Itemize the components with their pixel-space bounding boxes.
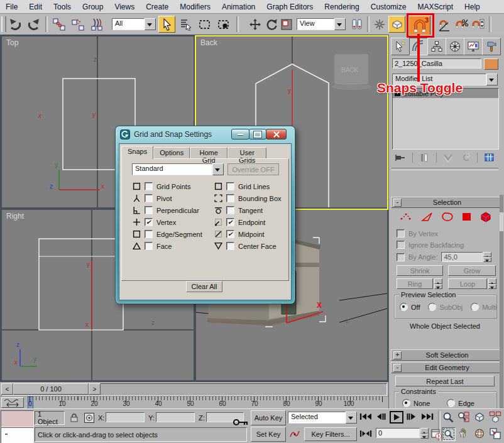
bounding-box-checkbox[interactable] <box>226 194 234 202</box>
vertex-subobject-icon[interactable] <box>399 212 413 222</box>
edge-segment-checkbox[interactable] <box>145 230 153 238</box>
endpoint-checkbox[interactable]: ✔ <box>226 218 234 226</box>
menu-maxscript[interactable]: MAXScript <box>412 3 459 11</box>
show-end-result-icon[interactable] <box>419 152 430 163</box>
use-center-button[interactable] <box>348 16 365 33</box>
zoom-region-button[interactable] <box>442 427 456 441</box>
set-key-button[interactable]: Set Key <box>251 427 286 442</box>
menu-help[interactable]: Help <box>459 3 486 11</box>
play-button[interactable] <box>390 411 403 424</box>
maxscript-listener-pane[interactable] <box>1 427 34 443</box>
lock-selection-icon[interactable] <box>69 412 79 424</box>
select-move-button[interactable] <box>246 16 263 33</box>
menu-graph-editors[interactable]: Graph Editors <box>261 3 319 11</box>
object-name-field[interactable] <box>392 58 481 68</box>
by-vertex-checkbox[interactable] <box>397 229 405 238</box>
select-link-button[interactable] <box>50 16 67 33</box>
time-slider-knob[interactable]: 0 / 100 <box>13 383 89 395</box>
soft-selection-rollout-header[interactable]: + Soft Selection <box>391 349 500 361</box>
face-checkbox[interactable] <box>145 242 153 250</box>
keyboard-override-button[interactable] <box>388 16 405 33</box>
dropdown-arrow-icon[interactable] <box>346 412 357 424</box>
angle-snap-button[interactable] <box>436 16 452 33</box>
select-rotate-button[interactable] <box>263 16 280 33</box>
trackbar-mode-button[interactable] <box>1 397 24 408</box>
minimize-button[interactable] <box>231 129 249 139</box>
polygon-subobject-icon[interactable] <box>461 212 473 222</box>
midpoint-checkbox[interactable]: ✔ <box>226 230 234 238</box>
shrink-button[interactable]: Shrink <box>397 265 443 276</box>
tab-home-grid[interactable]: Home Grid <box>190 147 227 159</box>
absolute-mode-icon[interactable] <box>84 412 95 424</box>
by-angle-checkbox[interactable] <box>397 253 405 261</box>
border-subobject-icon[interactable] <box>441 212 454 222</box>
preview-off-radio[interactable] <box>400 303 408 311</box>
menu-edit[interactable]: Edit <box>23 3 48 11</box>
zoom-button[interactable] <box>442 411 454 424</box>
constraint-none-radio[interactable] <box>402 399 410 407</box>
dialog-title-bar[interactable]: Grid and Snap Settings <box>120 129 212 139</box>
ring-button[interactable]: Ring <box>397 278 433 289</box>
menu-group[interactable]: Group <box>77 3 109 11</box>
select-scale-button[interactable] <box>278 16 295 33</box>
panel-scrollbar-thumb[interactable] <box>500 212 503 231</box>
grid-lines-checkbox[interactable] <box>226 182 234 190</box>
zoom-extents-button[interactable] <box>473 411 486 424</box>
clear-all-button[interactable]: Clear All <box>186 281 222 292</box>
override-off-button[interactable]: Override OFF <box>227 163 279 175</box>
constraint-edge-radio[interactable] <box>447 399 455 407</box>
menu-views[interactable]: Views <box>109 3 140 11</box>
next-frame-button[interactable] <box>407 413 417 420</box>
configure-modifier-sets-icon[interactable] <box>484 152 495 163</box>
macro-recorder-pane[interactable] <box>1 410 34 427</box>
pan-button[interactable] <box>457 427 470 440</box>
time-config-icon[interactable] <box>431 429 442 440</box>
undo-button[interactable] <box>6 16 23 33</box>
pin-stack-icon[interactable] <box>395 152 406 163</box>
time-slider-next-button[interactable]: > <box>89 383 101 395</box>
menu-animation[interactable]: Animation <box>216 3 261 11</box>
menu-rendering[interactable]: Rendering <box>319 3 364 11</box>
set-key-mode-icon[interactable] <box>289 429 300 440</box>
object-color-swatch[interactable] <box>484 58 498 70</box>
collapse-icon[interactable]: - <box>393 199 402 207</box>
min-max-toggle-button[interactable] <box>489 427 501 440</box>
vertex-checkbox[interactable]: ✔ <box>145 218 153 226</box>
auto-key-button[interactable]: Auto Key <box>251 410 286 425</box>
select-manipulate-button[interactable] <box>371 16 388 33</box>
y-coord-field[interactable] <box>156 412 195 422</box>
go-to-end-button[interactable] <box>421 413 434 420</box>
spinner-snap-button[interactable] <box>469 16 486 33</box>
frame-spinner[interactable] <box>420 428 429 439</box>
dropdown-arrow-icon[interactable] <box>212 163 224 175</box>
center-face-checkbox[interactable] <box>226 242 234 250</box>
dropdown-arrow-icon[interactable] <box>486 74 498 85</box>
snap-preset-dropdown[interactable]: Standard <box>132 163 224 175</box>
repeat-last-button[interactable]: Repeat Last <box>395 376 495 386</box>
maximize-button[interactable] <box>249 129 266 139</box>
make-unique-icon[interactable] <box>442 152 454 163</box>
selection-rollout-header[interactable]: - Selection <box>391 197 500 208</box>
expand-icon[interactable]: + <box>393 351 402 359</box>
collapse-icon[interactable]: - <box>393 364 402 372</box>
close-button[interactable] <box>266 129 287 139</box>
preview-subobj-radio[interactable] <box>428 303 436 311</box>
tab-hierarchy[interactable] <box>427 38 446 55</box>
menu-create[interactable]: Create <box>140 3 174 11</box>
tab-snaps[interactable]: Snaps <box>121 146 153 159</box>
tab-motion[interactable] <box>446 38 464 55</box>
grid-points-checkbox[interactable] <box>145 182 153 190</box>
menu-customize[interactable]: Customize <box>365 3 412 11</box>
tab-create[interactable] <box>391 38 410 55</box>
go-to-start-button[interactable] <box>359 413 372 420</box>
key-filters-button[interactable]: Key Filters... <box>304 427 357 441</box>
by-angle-spinner[interactable] <box>483 252 491 262</box>
selection-filter-dropdown[interactable]: All <box>112 18 156 30</box>
dropdown-arrow-icon[interactable] <box>145 18 156 30</box>
bind-spacewarp-button[interactable] <box>88 16 105 33</box>
remove-modifier-icon[interactable] <box>460 152 471 163</box>
edge-subobject-icon[interactable] <box>420 212 434 222</box>
percent-snap-button[interactable] <box>452 16 469 33</box>
preview-multi-radio[interactable] <box>471 303 479 311</box>
key-mode-toggle-button[interactable] <box>359 430 372 437</box>
